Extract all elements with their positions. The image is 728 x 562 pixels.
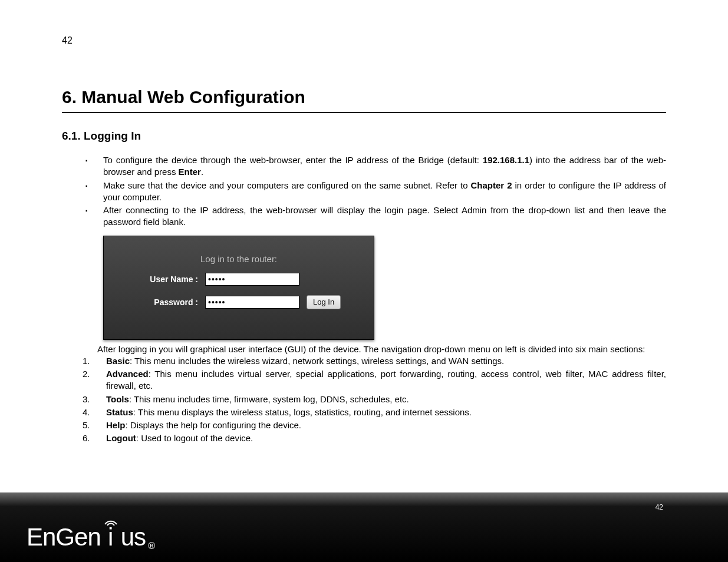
menu-name: Help [106,420,126,430]
menu-name: Basic [106,356,130,366]
page-number-top: 42 [62,35,666,46]
instruction-item: To configure the device through the web-… [85,154,666,178]
menu-name: Logout [106,433,136,443]
instruction-item: After connecting to the IP address, the … [85,204,666,229]
text: Make sure that the device and your compu… [103,180,471,190]
instruction-item: Make sure that the device and your compu… [85,180,666,204]
menu-desc: : This menu displays the wireless status… [133,407,472,417]
menu-name: Status [106,407,133,417]
instruction-list: To configure the device through the web-… [62,154,666,229]
menu-name: Advanced [106,369,149,379]
menu-name: Tools [106,394,129,404]
text: To configure the device through the web-… [103,155,483,165]
login-button[interactable]: Log In [307,295,341,309]
enter-key: Enter [179,167,201,177]
wifi-icon: i [102,523,120,551]
list-item: Tools: This menu includes time, firmware… [83,394,666,405]
list-item: Basic: This menu includes the wireless w… [83,355,666,367]
page-number-bottom: 42 [655,503,663,511]
brand-logo: EnGen i us ® [27,523,155,551]
list-item: Help: Displays the help for configuring … [83,419,666,431]
login-screenshot: Log in to the router: User Name : Passwo… [103,236,374,340]
after-login-text: After logging in you will graphical user… [62,343,666,355]
list-item: Status: This menu displays the wireless … [83,406,666,418]
list-item: Logout: Used to logout of the device. [83,432,666,444]
list-item: Advanced: This menu includes virtual ser… [83,368,666,392]
menu-desc: : This menu includes time, firmware, sys… [129,394,409,404]
menu-desc: : Displays the help for configuring the … [126,420,302,430]
main-heading: 6. Manual Web Configuration [62,87,666,113]
text: After logging in you will graphical user… [97,344,645,354]
menu-section-list: Basic: This menu includes the wireless w… [62,355,666,445]
text: . [201,167,203,177]
ip-address: 192.168.1.1 [483,155,529,165]
menu-desc: : Used to logout of the device. [136,433,253,443]
brand-text: EnGen [27,523,101,551]
page-footer: 42 EnGen i us ® [0,492,728,562]
menu-desc: : This menu includes virtual server, spe… [106,369,666,391]
brand-text: us [121,523,146,551]
chapter-ref: Chapter 2 [471,180,512,190]
text: After connecting to the IP address, the … [103,205,666,227]
password-input[interactable] [205,296,299,309]
sub-heading: 6.1. Logging In [62,130,666,143]
login-title: Log in to the router: [118,254,359,264]
password-label: Password : [118,297,198,307]
username-label: User Name : [118,275,198,284]
menu-desc: : This menu includes the wireless wizard… [130,356,504,366]
registered-mark: ® [148,541,155,551]
username-input[interactable] [205,273,299,286]
